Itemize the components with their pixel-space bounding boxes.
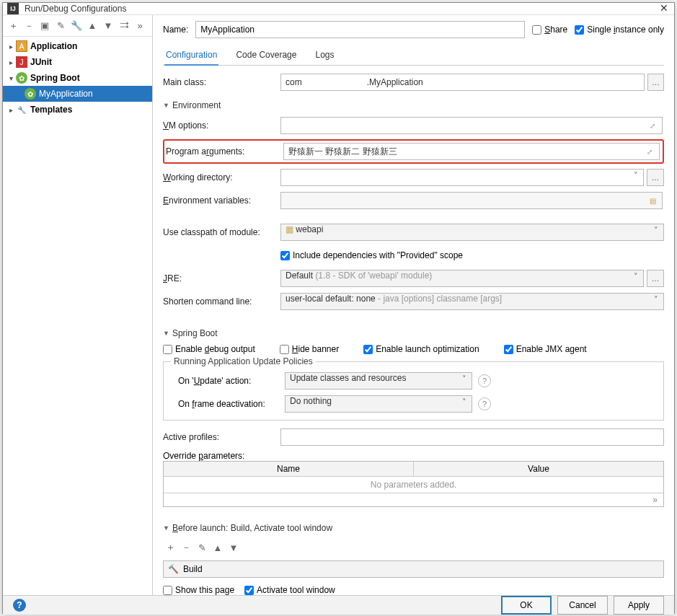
tab-logs[interactable]: Logs <box>314 45 335 65</box>
chevron-right-icon: ▸ <box>6 58 16 66</box>
share-checkbox[interactable]: SSharehare <box>532 25 567 35</box>
browse-button[interactable]: … <box>647 74 664 91</box>
cancel-button[interactable]: Cancel <box>557 596 608 615</box>
config-tree: ▸ A Application ▸ J JUnit ▾ ✿ Spring Boo… <box>3 37 152 595</box>
close-icon[interactable]: ✕ <box>658 3 670 14</box>
tree-label: Application <box>30 41 77 51</box>
single-instance-checkbox[interactable]: Single instance only <box>575 25 664 35</box>
show-this-page-checkbox[interactable]: Show this page <box>163 585 234 595</box>
add-icon[interactable]: ＋ <box>163 540 177 555</box>
add-icon[interactable]: ＋ <box>6 19 20 33</box>
build-label: Build <box>183 564 203 574</box>
vm-options-label: VM options: <box>163 120 275 131</box>
window-title: Run/Debug Configurations <box>25 4 658 14</box>
tab-code-coverage[interactable]: Code Coverage <box>234 45 298 65</box>
application-icon: A <box>16 40 27 52</box>
shorten-label: Shorten command line: <box>163 296 275 307</box>
remove-icon[interactable]: － <box>22 19 36 33</box>
program-args-input[interactable] <box>283 143 660 160</box>
edit-icon[interactable]: ✎ <box>195 540 209 555</box>
th-value: Value <box>414 462 663 476</box>
update-action-label: On 'Update' action: <box>171 376 279 386</box>
tree-label: JUnit <box>30 57 52 67</box>
junit-icon: J <box>16 56 27 68</box>
up-icon[interactable]: ▲ <box>211 540 225 555</box>
down-icon[interactable]: ▼ <box>226 540 241 555</box>
name-input[interactable] <box>195 21 525 38</box>
active-profiles-input[interactable] <box>280 428 664 446</box>
jre-select[interactable]: Default (1.8 - SDK of 'webapi' module) <box>280 270 644 287</box>
chevron-down-icon: ▼ <box>163 330 169 337</box>
chevron-down-icon: ▼ <box>163 102 169 109</box>
th-name: Name <box>164 462 414 476</box>
jmx-checkbox[interactable]: Enable JMX agent <box>504 344 587 354</box>
env-vars-label: Environment variables: <box>163 195 275 206</box>
spring-icon: ✿ <box>16 72 27 84</box>
env-section[interactable]: ▼Environment <box>163 100 664 110</box>
policies-title: Running Application Update Policies <box>171 356 316 366</box>
include-dependencies-checkbox[interactable]: Include dependencies with "Provided" sco… <box>280 250 463 260</box>
program-args-label: Program arguments: <box>166 146 278 157</box>
jre-label: JRE: <box>163 273 275 283</box>
wrench-icon[interactable]: 🔧 <box>69 19 84 33</box>
folder-icon[interactable]: ▤ <box>650 195 660 206</box>
chevron-down-icon: ▼ <box>163 524 169 532</box>
expand-icon[interactable]: ⤢ <box>650 120 660 131</box>
remove-icon[interactable]: － <box>179 540 193 555</box>
frame-deactivation-label: On frame deactivation: <box>171 399 279 409</box>
classpath-label: Use classpath of module: <box>163 227 275 237</box>
enable-debug-checkbox[interactable]: Enable debug output <box>163 344 255 354</box>
springboot-section[interactable]: ▼Spring Boot <box>163 328 664 338</box>
apply-button[interactable]: Apply <box>614 596 664 615</box>
help-icon[interactable]: ? <box>13 599 26 612</box>
classpath-select[interactable]: ▦ webapi <box>280 224 664 241</box>
update-action-select[interactable]: Update classes and resources <box>285 372 472 390</box>
tree-item-myapplication[interactable]: ✿ MyApplication <box>3 86 152 102</box>
folder-icon[interactable]: ⮆ <box>117 19 131 33</box>
tab-configuration[interactable]: Configuration <box>164 45 218 66</box>
active-profiles-label: Active profiles: <box>163 432 275 442</box>
more-icon[interactable]: » <box>652 495 658 505</box>
main-class-input[interactable] <box>280 74 645 91</box>
help-icon[interactable]: ? <box>478 374 491 387</box>
tree-label: Templates <box>30 105 72 115</box>
expand-icon[interactable]: ⤢ <box>647 146 657 157</box>
launch-opt-checkbox[interactable]: Enable launch optimization <box>363 344 479 354</box>
chevron-down-icon: ▾ <box>6 74 16 82</box>
main-class-label: Main class: <box>163 77 275 87</box>
browse-button[interactable]: … <box>647 169 664 186</box>
app-icon: IJ <box>7 3 19 14</box>
ok-button[interactable]: OK <box>501 596 552 615</box>
browse-button[interactable]: … <box>647 270 664 287</box>
help-icon[interactable]: ? <box>478 397 491 410</box>
tree-item-junit[interactable]: ▸ J JUnit <box>3 54 152 70</box>
tree-label: MyApplication <box>39 89 93 99</box>
activate-tool-window-checkbox[interactable]: Activate tool window <box>244 585 335 595</box>
before-launch-section[interactable]: ▼Before launch: Build, Activate tool win… <box>163 523 664 533</box>
build-task[interactable]: 🔨 Build <box>163 560 664 578</box>
hide-banner-checkbox[interactable]: Hide banner <box>280 344 339 354</box>
chevron-right-icon: ▸ <box>6 43 16 50</box>
tabs: Configuration Code Coverage Logs <box>163 45 664 66</box>
empty-text: No parameters added. <box>164 477 663 493</box>
tree-item-springboot[interactable]: ▾ ✿ Spring Boot <box>3 70 152 86</box>
copy-icon[interactable]: ▣ <box>37 19 52 33</box>
chevron-right-icon: ▸ <box>6 106 16 114</box>
more-icon[interactable]: » <box>133 19 147 33</box>
override-params-label: Override parameters: <box>163 451 664 461</box>
down-icon[interactable]: ▼ <box>101 19 115 33</box>
wrench-icon: 🔧 <box>16 104 27 115</box>
override-params-table: Name Value No parameters added. » <box>163 461 664 507</box>
env-vars-input[interactable] <box>280 192 663 209</box>
frame-deactivation-select[interactable]: Do nothing <box>285 395 472 413</box>
tree-item-application[interactable]: ▸ A Application <box>3 38 152 54</box>
tree-item-templates[interactable]: ▸ 🔧 Templates <box>3 102 152 118</box>
config-toolbar: ＋ － ▣ ✎ 🔧 ▲ ▼ ⮆ » <box>3 15 152 37</box>
titlebar: IJ Run/Debug Configurations ✕ <box>3 3 674 15</box>
vm-options-input[interactable] <box>280 117 663 134</box>
name-label: Name: <box>163 25 188 35</box>
save-icon[interactable]: ✎ <box>53 19 68 33</box>
shorten-select[interactable]: user-local default: none - java [options… <box>280 293 664 310</box>
working-dir-input[interactable] <box>280 169 644 186</box>
up-icon[interactable]: ▲ <box>85 19 99 33</box>
